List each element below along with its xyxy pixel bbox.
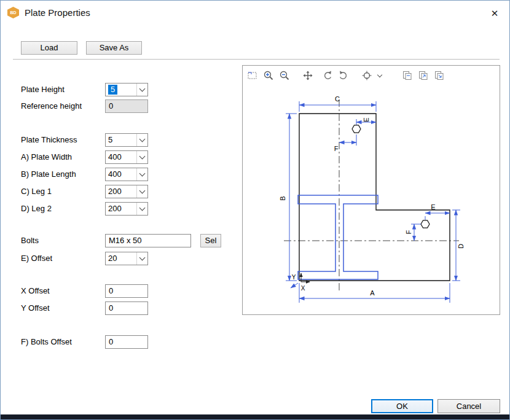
plate-height-select[interactable]: 5 — [105, 83, 148, 96]
dim-label-f-right: F — [405, 230, 412, 234]
save-as-button[interactable]: Save As — [86, 41, 142, 55]
close-button[interactable]: ✕ — [487, 6, 502, 21]
window-bottom-edge — [1, 414, 509, 419]
chevron-down-icon[interactable] — [136, 252, 147, 265]
dim-label-b: B — [279, 196, 286, 200]
plate-width-select[interactable]: 400 — [105, 150, 148, 164]
beam-section — [298, 195, 378, 279]
plate-height-value: 5 — [106, 84, 136, 96]
chevron-down-icon[interactable] — [136, 151, 147, 163]
chevron-down-icon[interactable] — [377, 72, 382, 77]
target-icon[interactable] — [361, 69, 373, 82]
chevron-down-icon[interactable] — [136, 185, 147, 198]
cancel-button[interactable]: Cancel — [437, 399, 500, 413]
axis-label-x: X — [301, 285, 305, 292]
x-offset-field[interactable]: 0 — [105, 284, 148, 298]
plate-thickness-select[interactable]: 5 — [105, 133, 148, 147]
bolts-offset-label: F) Bolts Offset — [21, 335, 72, 349]
chevron-down-icon[interactable] — [136, 84, 147, 96]
preview-toolbar — [246, 68, 496, 84]
paste-icon[interactable] — [433, 69, 445, 82]
x-offset-label: X Offset — [21, 284, 50, 298]
y-offset-label: Y Offset — [21, 301, 50, 315]
bolt-hexagon-right — [421, 220, 430, 228]
plate-width-value: 400 — [106, 151, 136, 163]
separator — [13, 59, 500, 60]
plate-length-select[interactable]: 400 — [105, 168, 148, 181]
bolts-field[interactable]: M16 x 50 — [105, 234, 191, 247]
leg2-value: 200 — [106, 203, 136, 215]
bolts-offset-field[interactable]: 0 — [105, 335, 148, 349]
plate-width-label: A) Plate Width — [21, 150, 72, 164]
leg2-select[interactable]: 200 — [105, 202, 148, 216]
offset-e-label: E) Offset — [21, 252, 52, 265]
plate-length-label: B) Plate Length — [21, 168, 76, 181]
preview-drawing: C B A D E F — [243, 66, 500, 314]
app-icon: BD — [7, 7, 19, 18]
dim-label-d: D — [457, 244, 465, 249]
offset-e-select[interactable]: 20 — [105, 252, 148, 265]
bolts-select-button[interactable]: Sel — [200, 234, 221, 247]
pan-icon[interactable] — [302, 69, 314, 82]
window-title: Plate Properties — [25, 7, 90, 18]
chevron-down-icon[interactable] — [136, 203, 147, 215]
leg1-value: 200 — [106, 185, 136, 198]
dim-label-a: A — [370, 289, 375, 297]
title-bar: BD Plate Properties ✕ — [1, 1, 509, 25]
y-offset-field[interactable]: 0 — [105, 301, 148, 315]
leg1-label: C) Leg 1 — [21, 185, 52, 198]
rotate-ccw-icon[interactable] — [321, 69, 334, 82]
offset-e-value: 20 — [106, 252, 136, 265]
zoom-in-icon[interactable] — [262, 69, 275, 82]
zoom-window-icon[interactable] — [246, 69, 259, 82]
zoom-out-icon[interactable] — [278, 69, 291, 82]
axis-label-y: Y — [292, 274, 296, 281]
plate-thickness-value: 5 — [106, 134, 136, 146]
bolts-label: Bolts — [21, 234, 39, 247]
dim-label-f-top: F — [334, 145, 339, 152]
plate-height-label: Plate Height — [21, 83, 65, 96]
copy-special-icon[interactable] — [417, 69, 430, 82]
preview-panel: C B A D E F — [242, 65, 500, 315]
ok-button[interactable]: OK — [371, 399, 433, 413]
leg1-select[interactable]: 200 — [105, 185, 148, 198]
chevron-down-icon[interactable] — [136, 168, 147, 181]
chevron-down-icon[interactable] — [136, 134, 147, 146]
dim-label-c: C — [335, 95, 340, 103]
leg2-label: D) Leg 2 — [21, 202, 52, 216]
plate-thickness-label: Plate Thickness — [21, 133, 77, 147]
plate-outline — [299, 114, 450, 281]
bolt-hexagon-top — [352, 125, 361, 133]
dim-label-e-top: E — [363, 117, 370, 122]
copy-icon[interactable] — [401, 69, 414, 82]
rotate-cw-icon[interactable] — [337, 69, 350, 82]
dim-label-e-right: E — [431, 203, 435, 211]
plate-length-value: 400 — [106, 168, 136, 181]
reference-height-label: Reference height — [21, 99, 82, 113]
plate-properties-dialog: BD Plate Properties ✕ Load Save As Plate… — [0, 0, 510, 420]
reference-height-field: 0 — [105, 99, 148, 113]
load-button[interactable]: Load — [21, 41, 77, 55]
